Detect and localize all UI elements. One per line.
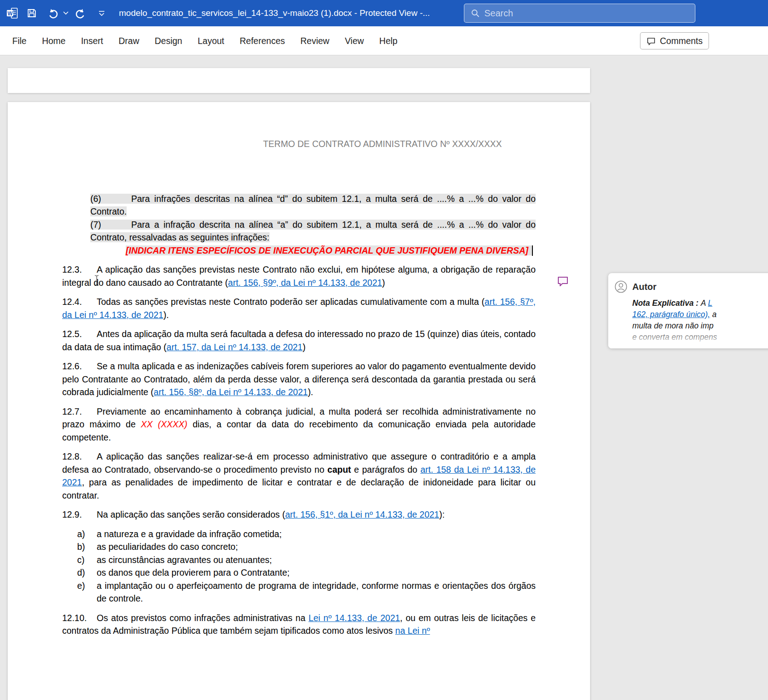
- search-input[interactable]: [484, 8, 684, 19]
- comment-link[interactable]: L: [708, 299, 713, 308]
- paragraph-number: a): [77, 528, 97, 541]
- search-icon: [471, 9, 480, 18]
- doc-text-run: ).: [163, 310, 169, 320]
- paragraph-number: 12.5.: [62, 328, 97, 341]
- comment-bubble-icon: [646, 36, 656, 46]
- doc-text-run: Os atos previstos como infrações adminis…: [97, 613, 309, 623]
- search-box[interactable]: [464, 4, 695, 23]
- doc-paragraph: [INDICAR ITENS ESPECÍFICOS DE INEXECUÇÃO…: [62, 244, 536, 257]
- ribbon: FileHomeInsertDrawDesignLayoutReferences…: [0, 26, 768, 55]
- doc-paragraph: 12.7.Previamente ao encaminhamento à cob…: [62, 405, 536, 444]
- redo-icon[interactable]: [73, 0, 88, 26]
- comment-card[interactable]: Autor Nota Explicativa : A L162, parágra…: [608, 273, 768, 348]
- comment-author: Autor: [632, 282, 656, 292]
- paragraph-number: 12.3.: [62, 263, 97, 276]
- doc-text-run: e parágrafos do: [351, 465, 420, 475]
- comment-link[interactable]: 162, parágrafo único),: [632, 310, 710, 319]
- highlighted-text: (7)Para a infração descrita na alínea “a…: [90, 220, 536, 243]
- paragraph-number: (6): [90, 192, 131, 206]
- paragraph-number: 12.4.: [62, 295, 97, 308]
- paragraph-number: 12.7.: [62, 405, 97, 418]
- comment-note-line: multa de mora não imp: [632, 320, 768, 332]
- author-avatar-icon: [615, 280, 627, 293]
- comment-text: e converta em compens: [632, 333, 717, 342]
- save-icon[interactable]: [24, 0, 40, 26]
- doc-text-run: a implantação ou o aperfeiçoamento de pr…: [97, 581, 536, 604]
- document-scroll-area[interactable]: TERMO DE CONTRATO ADMINISTRATIVO Nº XXXX…: [0, 55, 768, 700]
- doc-paragraph: e)a implantação ou o aperfeiçoamento de …: [62, 579, 536, 605]
- comment-note-line: Nota Explicativa : A L: [632, 298, 768, 309]
- doc-text-run: [INDICAR ITENS ESPECÍFICOS DE INEXECUÇÃO…: [126, 245, 528, 255]
- paragraph-number: 12.6.: [62, 360, 97, 373]
- doc-text-run: as peculiaridades do caso concreto;: [97, 542, 238, 552]
- undo-dropdown-chevron[interactable]: [62, 0, 70, 26]
- doc-paragraph: c)as circunstâncias agravantes ou atenua…: [62, 553, 536, 567]
- comment-text: multa de mora não imp: [632, 321, 714, 330]
- ribbon-tab-draw[interactable]: Draw: [111, 26, 147, 55]
- paragraph-number: 12.10.: [62, 612, 97, 625]
- doc-paragraph: 12.8.A aplicação das sanções realizar-se…: [62, 450, 536, 502]
- comment-header: Autor: [615, 280, 768, 293]
- doc-link[interactable]: Lei nº 14.133, de 2021: [309, 613, 400, 623]
- doc-paragraph: d)os danos que dela provierem para o Con…: [62, 566, 536, 579]
- ribbon-tab-design[interactable]: Design: [147, 26, 190, 55]
- ibeam-cursor: [94, 274, 100, 288]
- paragraph-number: (7): [90, 218, 131, 231]
- doc-text-run: XX (XXXX): [141, 419, 187, 429]
- quick-access-toolbar-chevron-icon[interactable]: [95, 0, 108, 26]
- previous-page-edge: [8, 68, 590, 93]
- doc-text-run: Na aplicação das sanções serão considera…: [97, 509, 285, 519]
- doc-text-run: a natureza e a gravidade da infração com…: [97, 529, 282, 539]
- doc-text-run: Todas as sanções previstas neste Contrat…: [97, 297, 485, 307]
- ribbon-tab-insert[interactable]: Insert: [73, 26, 111, 55]
- doc-text-run: Para a infração descrita na alínea “a” d…: [90, 220, 536, 243]
- comment-text: Nota Explicativa :: [632, 299, 701, 308]
- doc-link[interactable]: art. 156, §1º, da Lei nº 14.133, de 2021: [285, 509, 439, 519]
- ribbon-tab-references[interactable]: References: [232, 26, 293, 55]
- contract-title: TERMO DE CONTRATO ADMINISTRATIVO Nº XXXX…: [62, 137, 536, 151]
- doc-text-run: ).: [308, 387, 313, 397]
- doc-paragraph: 12.9.Na aplicação das sanções serão cons…: [62, 508, 536, 521]
- ribbon-tab-file[interactable]: File: [5, 26, 34, 55]
- comment-note-line: 162, parágrafo único), a: [632, 309, 768, 320]
- paragraph-number: c): [77, 553, 97, 567]
- paragraph-number: 12.8.: [62, 450, 97, 463]
- page-content: TERMO DE CONTRATO ADMINISTRATIVO Nº XXXX…: [8, 102, 590, 662]
- doc-link[interactable]: art. 157, da Lei nº 14.133, de 2021: [167, 342, 303, 352]
- ribbon-tab-view[interactable]: View: [337, 26, 372, 55]
- doc-link[interactable]: art. 156, §8º, da Lei nº 14.133, de 2021: [154, 387, 308, 397]
- text-caret: [532, 245, 533, 256]
- doc-text-run: ):: [439, 509, 445, 519]
- comment-note: Nota Explicativa : A L162, parágrafo úni…: [615, 298, 768, 343]
- doc-link[interactable]: art. 156, §9º, da Lei nº 14.133, de 2021: [228, 278, 382, 288]
- ribbon-tab-help[interactable]: Help: [372, 26, 405, 55]
- doc-paragraph: 12.4.Todas as sanções previstas neste Co…: [62, 295, 536, 321]
- paragraph-number: e): [77, 579, 97, 592]
- document-page: TERMO DE CONTRATO ADMINISTRATIVO Nº XXXX…: [8, 102, 590, 700]
- word-app-icon[interactable]: W: [4, 0, 21, 26]
- doc-paragraph: (6)Para infrações descritas na alínea “d…: [62, 192, 536, 218]
- paragraph-number: b): [77, 540, 97, 553]
- doc-paragraph: 12.6.Se a multa aplicada e as indenizaçõ…: [62, 360, 536, 399]
- document-title-protected-view: modelo_contrato_tic_servicos_lei_14-133_…: [119, 0, 430, 26]
- comments-button[interactable]: Comments: [640, 32, 709, 49]
- doc-text-run: ): [303, 342, 306, 352]
- document-body: (6)Para infrações descritas na alínea “d…: [62, 192, 536, 637]
- undo-icon[interactable]: [45, 0, 61, 26]
- ribbon-tab-layout[interactable]: Layout: [190, 26, 232, 55]
- comment-note-line: e converta em compens: [632, 332, 768, 343]
- titlebar: W modelo_contrato_tic_servicos_lei_14-13…: [0, 0, 768, 26]
- doc-text-run: , para as penalidades de impedimento de …: [62, 477, 536, 500]
- doc-paragraph: 12.5.Antes da aplicação da multa será fa…: [62, 328, 536, 353]
- doc-text-run: caput: [327, 465, 351, 475]
- doc-text-run: Para infrações descritas na alínea “d” d…: [90, 194, 536, 217]
- doc-paragraph: 12.10.Os atos previstos como infrações a…: [62, 612, 536, 637]
- doc-text-run: os danos que dela provierem para o Contr…: [97, 568, 290, 578]
- ribbon-tab-home[interactable]: Home: [34, 26, 73, 55]
- doc-paragraph: b)as peculiaridades do caso concreto;: [62, 540, 536, 553]
- doc-text-run: as circunstâncias agravantes ou atenuant…: [97, 555, 272, 565]
- ribbon-tab-review[interactable]: Review: [293, 26, 337, 55]
- doc-link[interactable]: na Lei nº: [395, 626, 430, 636]
- comments-button-label: Comments: [660, 36, 703, 46]
- comment-marker-icon[interactable]: [556, 275, 569, 288]
